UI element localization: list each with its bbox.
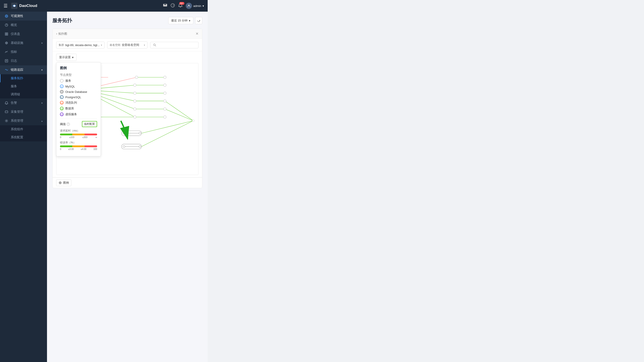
user-menu[interactable]: admin ▾: [186, 3, 204, 9]
time-selector: 最近 15 分钟 ▾: [168, 17, 202, 24]
time-select-button[interactable]: 最近 15 分钟 ▾: [168, 17, 194, 24]
nav-item-metrics[interactable]: 指标: [0, 48, 47, 56]
svg-text:M: M: [61, 86, 62, 88]
svg-rect-23: [5, 111, 8, 113]
search-box[interactable]: [150, 42, 198, 48]
message-icon[interactable]: [163, 3, 168, 9]
legend-label-oracle: Oracle Database: [65, 90, 87, 94]
svg-line-28: [155, 46, 156, 46]
breadcrumb-chevron: ›: [56, 32, 57, 35]
trace-chevron: ▾: [42, 69, 42, 71]
legend-threshold: 阈值 ? 临时配置 请求延时（ms） 0 ≤103: [60, 121, 97, 150]
legend-divider: [60, 118, 97, 119]
topology-header: › 拓扑图 ✕: [52, 29, 202, 39]
filter-bar: 集群 bgl-89, skoala-demo, bgl... ▾ 命名空间 全部…: [52, 39, 202, 52]
alerts-chevron: ▾: [42, 102, 42, 104]
header-actions: ? 99+ admin ▾: [163, 3, 204, 9]
svg-point-76: [164, 108, 166, 110]
nav-item-overview[interactable]: 概览: [0, 20, 47, 30]
cluster-select[interactable]: 集群 bgl-89, skoala-demo, bgl... ▾: [56, 42, 104, 48]
svg-point-1: [14, 5, 15, 7]
delay-val-3: ∞: [96, 136, 97, 138]
legend-item-postgresql: P PostgreSQL: [60, 95, 97, 99]
legend-dot-service: [60, 79, 64, 82]
legend-dot-db: DB: [60, 107, 64, 110]
namespace-select[interactable]: 命名空间 全部命名空间 ▾: [107, 42, 148, 48]
nav-item-alerts[interactable]: 告警 ▾: [0, 98, 47, 108]
legend-toggle-label: 图例: [63, 181, 69, 185]
nav-item-dashboard[interactable]: 仪表盘: [0, 30, 47, 38]
legend-popup: 图例 节点类型 服务 M MySQL: [56, 62, 101, 156]
svg-point-60: [139, 146, 141, 148]
display-settings-label: 显示设置: [59, 55, 71, 59]
legend-dot-pg: P: [60, 95, 64, 99]
legend-item-db: DB 数据库: [60, 106, 97, 110]
hamburger-icon[interactable]: ☰: [4, 3, 8, 8]
help-icon[interactable]: ?: [170, 3, 175, 9]
nav-item-infrastructure[interactable]: 基础设施 ▾: [0, 38, 47, 48]
error-rate-label: 错误率（%）: [60, 141, 97, 144]
threshold-label: 阈值: [60, 122, 66, 126]
nav-item-observability-label: 可观测性: [11, 14, 42, 18]
nav-item-system[interactable]: 系统管理 ▴: [0, 116, 47, 125]
namespace-arrow: ▾: [144, 44, 145, 46]
svg-point-69: [134, 92, 136, 94]
sub-nav-services[interactable]: 服务: [0, 82, 47, 90]
nav-item-collection[interactable]: 采集管理: [0, 108, 47, 116]
nav-item-overview-label: 概览: [11, 23, 42, 27]
sub-nav-system-config[interactable]: 系统配置: [0, 133, 47, 142]
refresh-button[interactable]: [195, 17, 202, 24]
overview-icon: [4, 23, 8, 27]
sub-nav-service-topology[interactable]: 服务拓扑: [0, 74, 47, 82]
nav-item-logs[interactable]: 日志: [0, 56, 47, 65]
nav-item-observability[interactable]: 可观测性: [0, 12, 47, 20]
cluster-label: 集群: [59, 43, 64, 47]
page-title-bar: 服务拓扑 最近 15 分钟 ▾: [52, 17, 202, 24]
observability-icon: [4, 14, 8, 18]
system-chevron: ▴: [42, 120, 42, 122]
request-delay-bar: [60, 134, 97, 135]
breadcrumb: › 拓扑图: [56, 32, 196, 36]
nav-item-trace[interactable]: 链路追踪 ▾: [0, 65, 47, 74]
legend-item-mysql: M MySQL: [60, 84, 97, 88]
sub-nav-system-components[interactable]: 系统组件: [0, 125, 47, 133]
svg-rect-13: [5, 33, 6, 34]
threshold-request-delay: 请求延时（ms） 0 ≤103 ≤303 ∞: [60, 129, 97, 138]
svg-point-71: [134, 108, 136, 110]
display-settings-button[interactable]: 显示设置 ▾: [56, 54, 76, 61]
svg-point-68: [134, 84, 136, 86]
legend-label-mq: 消息队列: [65, 101, 77, 105]
svg-point-31: [61, 91, 62, 92]
trace-submenu: 服务拓扑 服务 调用链: [0, 74, 47, 98]
search-input[interactable]: [158, 44, 196, 47]
err-val-1: ≤3.00: [68, 148, 74, 150]
notification-badge: 99+: [179, 2, 184, 5]
svg-point-67: [164, 76, 166, 79]
close-button[interactable]: ✕: [196, 32, 198, 36]
temp-config-button[interactable]: 临时配置: [82, 121, 97, 127]
svg-point-27: [154, 44, 155, 46]
err-val-0: 0: [60, 148, 61, 150]
namespace-value: 全部命名空间: [122, 43, 142, 47]
username: admin: [193, 4, 201, 8]
legend-label-db: 数据库: [65, 106, 74, 110]
svg-text:DB: DB: [61, 108, 63, 110]
infrastructure-chevron: ▾: [42, 42, 42, 44]
err-val-2: ≤4.00: [81, 148, 86, 150]
svg-text:VS: VS: [61, 114, 63, 116]
sub-nav-call-chain[interactable]: 调用链: [0, 90, 47, 98]
system-submenu: 系统组件 系统配置: [0, 125, 47, 142]
threshold-help-icon[interactable]: ?: [67, 122, 70, 126]
svg-point-56: [139, 132, 141, 134]
legend-dot-mq: MQ: [60, 101, 64, 104]
request-delay-label: 请求延时（ms）: [60, 129, 97, 133]
legend-toggle-button[interactable]: 图例: [56, 180, 72, 186]
dashboard-icon: [4, 32, 8, 36]
err-val-3: 100: [93, 148, 97, 150]
legend-dot-mysql: M: [60, 84, 64, 88]
nav-item-metrics-label: 指标: [11, 50, 42, 54]
notification-icon[interactable]: 99+: [178, 3, 182, 9]
header: ☰ DaoCloud ? 99+: [0, 0, 208, 12]
delay-val-1: ≤103: [69, 136, 74, 138]
delay-val-0: 0: [60, 136, 61, 138]
